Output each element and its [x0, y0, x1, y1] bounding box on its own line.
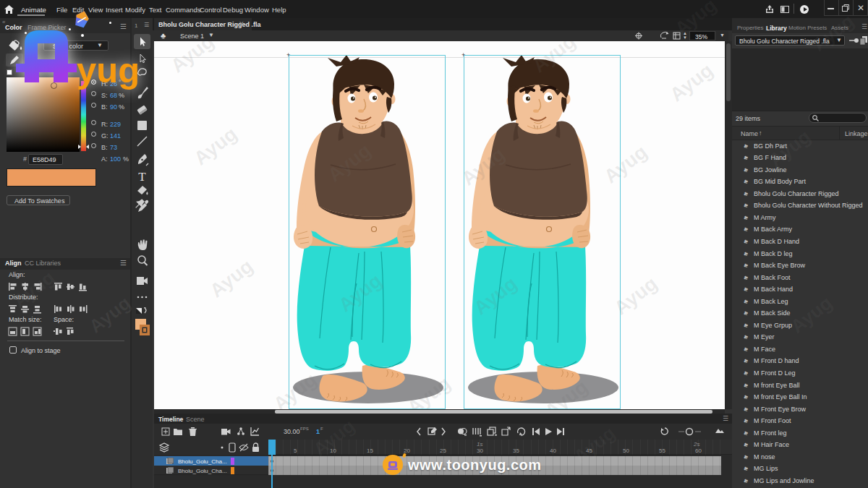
svg-text:T: T [138, 170, 146, 184]
svg-text:yug: yug [77, 51, 139, 90]
svg-text:FPS: FPS [300, 427, 309, 431]
svg-text:F: F [320, 427, 323, 431]
svg-text:30.00: 30.00 [284, 428, 300, 435]
